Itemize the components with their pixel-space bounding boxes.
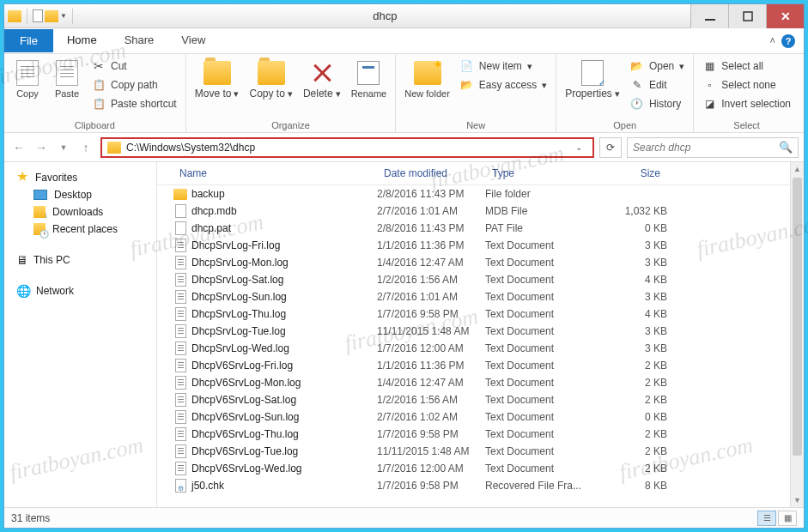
file-type: Text Document [485, 360, 598, 372]
view-tab[interactable]: View [167, 28, 219, 53]
file-name: DhcpV6SrvLog-Sun.log [191, 411, 377, 423]
file-row[interactable]: DhcpV6SrvLog-Mon.log1/4/2016 12:47 AMTex… [157, 374, 790, 391]
file-row[interactable]: dhcp.pat2/8/2016 11:43 PMPAT File0 KB [157, 220, 790, 237]
sidebar-favorites[interactable]: ★Favorites [4, 169, 156, 186]
copy-button[interactable]: Copy [9, 57, 46, 100]
new-folder-button[interactable]: New folder [401, 57, 453, 100]
file-row[interactable]: DhcpSrvLog-Sat.log1/2/2016 1:56 AMText D… [157, 271, 790, 288]
file-size: 4 KB [598, 274, 667, 286]
titlebar[interactable]: ▼ dhcp ✕ [4, 4, 804, 28]
file-type: Text Document [485, 462, 598, 475]
paste-button[interactable]: Paste [49, 57, 85, 100]
thumbnails-view-button[interactable]: ▦ [778, 511, 797, 526]
file-row[interactable]: DhcpSrvLog-Thu.log1/7/2016 9:58 PMText D… [157, 305, 790, 323]
qat-customize-icon[interactable]: ▼ [60, 12, 67, 20]
refresh-button[interactable]: ⟳ [599, 137, 622, 158]
file-type-icon [173, 410, 188, 424]
share-tab[interactable]: Share [111, 28, 168, 53]
move-to-button[interactable]: Move to ▾ [191, 57, 243, 101]
ribbon: Copy Paste Cut 📋Copy path 📋Paste shortcu… [4, 54, 804, 133]
address-bar[interactable]: ⌄ [100, 137, 594, 158]
file-row[interactable]: DhcpV6SrvLog-Tue.log11/11/2015 1:48 AMTe… [157, 443, 790, 460]
forward-button[interactable]: → [32, 138, 51, 157]
file-name: DhcpSrvLog-Mon.log [191, 257, 377, 269]
invert-selection-button[interactable]: ◪Invert selection [699, 95, 794, 112]
history-button[interactable]: 🕐History [627, 95, 688, 112]
file-size: 3 KB [598, 342, 667, 354]
file-date: 1/1/2016 11:36 PM [377, 239, 485, 251]
ribbon-minimize-icon[interactable]: ᐱ [770, 37, 775, 45]
file-row[interactable]: DhcpSrvLog-Sun.log2/7/2016 1:01 AMText D… [157, 288, 790, 305]
file-date: 1/2/2016 1:56 AM [377, 274, 485, 286]
home-tab[interactable]: Home [53, 28, 111, 53]
qat-properties-icon[interactable] [33, 9, 43, 22]
select-none-button[interactable]: ▫Select none [699, 76, 794, 94]
file-row[interactable]: DhcpSrvLog-Fri.log1/1/2016 11:36 PMText … [157, 237, 790, 254]
column-size[interactable]: Size [598, 167, 667, 179]
address-dropdown-icon[interactable]: ⌄ [570, 142, 587, 152]
new-item-button[interactable]: 📄New item ▾ [457, 57, 550, 75]
search-input[interactable] [633, 142, 779, 154]
cut-button[interactable]: Cut [88, 57, 180, 75]
sidebar-downloads[interactable]: Downloads [4, 203, 156, 221]
file-row[interactable]: DhcpV6SrvLog-Fri.log1/1/2016 11:36 PMTex… [157, 357, 790, 374]
back-button[interactable]: ← [9, 138, 28, 157]
maximize-button[interactable] [728, 4, 766, 28]
file-row[interactable]: DhcpV6SrvLog-Sun.log2/7/2016 1:02 AMText… [157, 408, 790, 426]
open-button[interactable]: 📂Open ▾ [627, 57, 688, 75]
file-type: Text Document [485, 428, 598, 440]
file-type: PAT File [485, 222, 598, 234]
svg-rect-0 [705, 19, 715, 21]
qat-newfolder-icon[interactable] [45, 10, 58, 22]
sidebar-this-pc[interactable]: This PC [4, 251, 156, 269]
sidebar-network[interactable]: Network [4, 282, 156, 299]
file-tab[interactable]: File [4, 29, 53, 52]
scroll-thumb[interactable] [793, 178, 802, 456]
file-row[interactable]: DhcpV6SrvLog-Thu.log1/7/2016 9:58 PMText… [157, 426, 790, 443]
navigation-bar: ← → ▼ ↑ ⌄ ⟳ 🔍 [4, 133, 804, 162]
file-row[interactable]: DhcpV6SrvLog-Wed.log1/7/2016 12:00 AMTex… [157, 460, 790, 477]
new-item-icon: 📄 [460, 59, 474, 73]
file-row[interactable]: DhcpSrvLog-Wed.log1/7/2016 12:00 AMText … [157, 340, 790, 357]
recent-locations-button[interactable]: ▼ [54, 138, 73, 157]
column-name[interactable]: Name [173, 167, 377, 179]
column-headers: Name Date modified Type Size [157, 162, 790, 185]
network-icon [16, 284, 31, 298]
file-type-icon [173, 359, 188, 372]
column-type[interactable]: Type [485, 167, 598, 179]
copy-path-button[interactable]: 📋Copy path [88, 76, 180, 94]
copy-to-button[interactable]: Copy to ▾ [246, 57, 295, 101]
vertical-scrollbar[interactable]: ▲ ▼ [790, 162, 804, 507]
column-date[interactable]: Date modified [377, 167, 485, 179]
paste-shortcut-button[interactable]: 📋Paste shortcut [88, 95, 180, 112]
file-row[interactable]: DhcpSrvLog-Mon.log1/4/2016 12:47 AMText … [157, 254, 790, 271]
address-input[interactable] [126, 142, 565, 154]
file-row[interactable]: DhcpV6SrvLog-Sat.log1/2/2016 1:56 AMText… [157, 391, 790, 408]
scroll-down-icon[interactable]: ▼ [791, 493, 804, 507]
properties-button[interactable]: Properties ▾ [562, 57, 623, 101]
close-button[interactable]: ✕ [766, 4, 804, 28]
minimize-button[interactable] [690, 4, 728, 28]
sidebar-desktop[interactable]: Desktop [4, 186, 156, 203]
file-date: 1/4/2016 12:47 AM [377, 257, 485, 269]
item-count: 31 items [11, 512, 50, 524]
search-bar[interactable]: 🔍 [627, 137, 799, 158]
scroll-up-icon[interactable]: ▲ [791, 162, 804, 176]
easy-access-button[interactable]: 📂Easy access ▾ [457, 76, 550, 94]
details-view-button[interactable]: ☰ [757, 511, 776, 526]
file-row[interactable]: j50.chk1/7/2016 9:58 PMRecovered File Fr… [157, 477, 790, 494]
rename-button[interactable]: Rename [348, 57, 391, 100]
file-type: Text Document [485, 291, 598, 303]
delete-button[interactable]: Delete ▾ [300, 57, 344, 101]
edit-button[interactable]: ✎Edit [627, 76, 688, 94]
up-button[interactable]: ↑ [76, 138, 95, 157]
file-row[interactable]: DhcpSrvLog-Tue.log11/11/2015 1:48 AMText… [157, 323, 790, 340]
select-all-button[interactable]: ▦Select all [699, 57, 794, 75]
file-row[interactable]: backup2/8/2016 11:43 PMFile folder [157, 185, 790, 203]
help-icon[interactable]: ? [781, 34, 795, 48]
sidebar-recent[interactable]: Recent places [4, 221, 156, 238]
file-date: 1/7/2016 12:00 AM [377, 342, 485, 354]
file-row[interactable]: dhcp.mdb2/7/2016 1:01 AMMDB File1,032 KB [157, 203, 790, 220]
recent-icon [33, 223, 46, 235]
file-type: Text Document [485, 411, 598, 423]
